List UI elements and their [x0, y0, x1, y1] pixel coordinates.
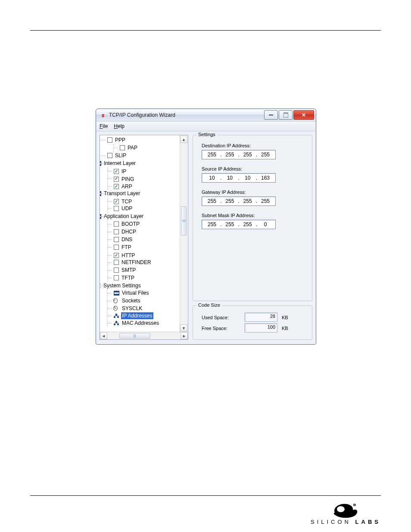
tree-label: PING	[121, 176, 135, 183]
menu-file[interactable]: File	[100, 123, 108, 129]
checkbox-icon[interactable]	[114, 177, 119, 182]
top-rule	[30, 30, 381, 31]
mask-ip-input[interactable]: 255. 255. 255. 0	[202, 220, 276, 229]
ip-octet[interactable]: 10	[240, 175, 255, 181]
ip-octet[interactable]: 255	[205, 221, 219, 227]
checkbox-icon[interactable]	[120, 145, 125, 150]
tree-node-ftp[interactable]: FTP	[108, 244, 188, 252]
ip-octet[interactable]: 255	[240, 152, 255, 158]
gw-ip-input[interactable]: 255. 255. 255. 255	[202, 196, 276, 206]
brand-text-b: LABS	[355, 519, 381, 525]
scroll-right-icon[interactable]: ►	[181, 332, 188, 339]
ip-octet[interactable]: 255	[205, 152, 219, 158]
tree-node-bootp[interactable]: BOOTP	[108, 221, 188, 228]
scroll-up-icon[interactable]: ▲	[180, 136, 187, 143]
checkbox-icon[interactable]	[114, 169, 119, 174]
checkbox-icon[interactable]	[114, 229, 119, 234]
horizontal-scrollbar[interactable]: ◄ ►	[100, 332, 188, 339]
ip-octet[interactable]: 0	[258, 221, 273, 227]
tree-node-arp[interactable]: ARP	[108, 183, 188, 190]
tree-node-application-layer[interactable]: Application Layer BOOTP DHCP DNS FTP HTT…	[101, 213, 188, 282]
scrollbar-thumb[interactable]	[181, 206, 187, 236]
tree-node-tcp[interactable]: TCP	[108, 198, 188, 205]
used-space-label: Used Space:	[202, 315, 240, 320]
checkbox-icon[interactable]	[107, 153, 112, 158]
tree-label: MAC Addresses	[121, 320, 160, 327]
tree-label: SLIP	[114, 152, 127, 159]
scrollbar-thumb[interactable]	[119, 333, 150, 339]
tree-node-ip-addresses[interactable]: IP Addresses	[107, 312, 188, 320]
ip-octet[interactable]: 255	[222, 152, 237, 158]
tree-label: PAP	[127, 144, 138, 151]
config-wizard-window: s TCP/IP Configuration Wizard ✕ File Hel…	[96, 109, 316, 345]
tree-node-system-settings[interactable]: System Settings Virtual Files Sockets SY…	[100, 282, 188, 327]
scroll-down-icon[interactable]: ▼	[180, 324, 187, 332]
free-space-value: 100	[245, 324, 277, 333]
ip-octet[interactable]: 163	[258, 175, 273, 181]
settings-icon	[100, 283, 101, 289]
tree-node-ppp[interactable]: PPP PAP	[101, 137, 188, 152]
tree-node-slip[interactable]: SLIP	[101, 152, 188, 160]
tree-node-ping[interactable]: PING	[108, 175, 188, 183]
tree-panel: PPP PAP SLIP Internet Layer IP	[100, 135, 188, 340]
checkbox-icon[interactable]	[114, 199, 119, 204]
titlebar[interactable]: s TCP/IP Configuration Wizard ✕	[96, 109, 316, 121]
unit-label: KB	[282, 315, 288, 320]
checkbox-icon[interactable]	[114, 245, 119, 250]
settings-group: Settings Destination IP Address: 255. 25…	[193, 135, 312, 301]
tree-node-sysclk[interactable]: SYSCLK	[107, 305, 188, 313]
ip-octet[interactable]: 255	[240, 198, 255, 204]
window-buttons: ✕	[263, 110, 314, 120]
brand-text-a: SILICON	[311, 519, 351, 525]
minimize-button[interactable]	[264, 110, 278, 120]
tree-node-sockets[interactable]: Sockets	[107, 297, 188, 305]
checkbox-icon[interactable]	[114, 221, 119, 227]
ip-octet[interactable]: 255	[205, 198, 219, 204]
layer-icon	[100, 190, 101, 196]
ip-octet[interactable]: 255	[222, 221, 237, 227]
checkbox-icon[interactable]	[114, 253, 119, 258]
tree-label: HTTP	[121, 252, 136, 259]
tree-label: TCP	[121, 198, 133, 205]
close-button[interactable]: ✕	[293, 110, 314, 120]
tree-node-pap[interactable]: PAP	[114, 144, 188, 152]
tree-node-dhcp[interactable]: DHCP	[108, 228, 188, 236]
checkbox-icon[interactable]	[114, 184, 119, 189]
ip-octet[interactable]: 10	[222, 175, 237, 181]
ip-octet[interactable]: 10	[205, 175, 219, 181]
tree-node-dns[interactable]: DNS	[108, 236, 188, 244]
vertical-scrollbar[interactable]: ▲ ▼	[180, 136, 187, 332]
tree-node-smtp[interactable]: SMTP	[108, 267, 188, 274]
tree-node-mac-addresses[interactable]: MAC Addresses	[107, 320, 188, 327]
dest-ip-input[interactable]: 255. 255. 255. 255	[202, 150, 276, 159]
menu-help[interactable]: Help	[114, 123, 125, 129]
checkbox-icon[interactable]	[114, 260, 119, 265]
bottom-rule	[30, 495, 381, 496]
tree-node-ip[interactable]: IP	[108, 168, 188, 175]
checkbox-icon[interactable]	[114, 275, 119, 280]
tree-node-transport-layer[interactable]: Transport Layer TCP UDP	[101, 190, 188, 213]
ip-octet[interactable]: 255	[222, 198, 237, 204]
checkbox-icon[interactable]	[114, 206, 119, 211]
checkbox-icon[interactable]	[107, 137, 112, 143]
group-legend: Code Size	[196, 302, 222, 308]
checkbox-icon[interactable]	[114, 237, 119, 242]
tree-scroll[interactable]: PPP PAP SLIP Internet Layer IP	[100, 135, 188, 332]
tree-node-udp[interactable]: UDP	[108, 205, 188, 213]
tree-node-http[interactable]: HTTP	[108, 252, 188, 259]
tree-node-tftp[interactable]: TFTP	[108, 274, 188, 282]
checkbox-icon[interactable]	[114, 268, 119, 273]
tree-node-virtual-files[interactable]: Virtual Files	[107, 289, 188, 297]
tree-label: PPP	[114, 137, 126, 143]
tree-label: IP	[121, 168, 127, 175]
tree-node-internet-layer[interactable]: Internet Layer IP PING ARP	[101, 160, 188, 190]
ip-octet[interactable]: 255	[240, 221, 255, 227]
ip-octet[interactable]: 255	[258, 152, 273, 158]
src-ip-input[interactable]: 10. 10. 10. 163	[202, 173, 276, 183]
right-panel: Settings Destination IP Address: 255. 25…	[193, 135, 312, 340]
ip-octet[interactable]: 255	[258, 198, 273, 204]
tree-label: Internet Layer	[103, 160, 137, 167]
maximize-button[interactable]	[279, 110, 293, 120]
tree-node-netfinder[interactable]: NETFINDER	[108, 259, 188, 267]
scroll-left-icon[interactable]: ◄	[100, 332, 107, 339]
